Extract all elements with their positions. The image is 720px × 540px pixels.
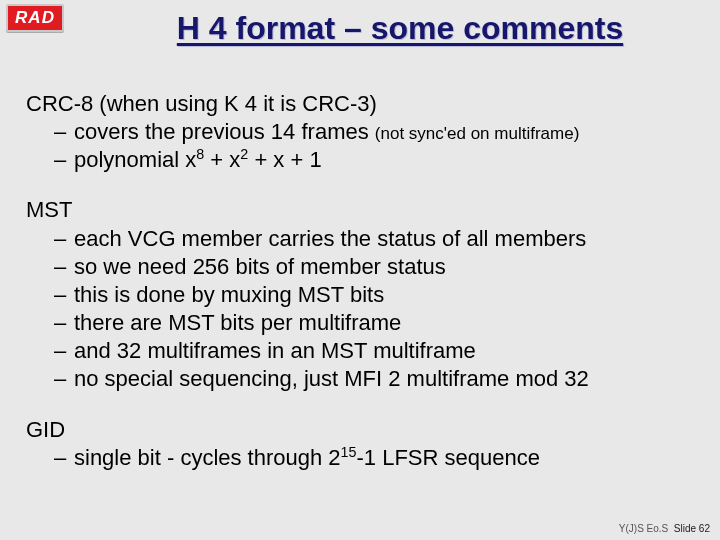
footer-author: Y(J)S Eo.S	[619, 523, 668, 534]
section-gid: GID single bit - cycles through 215-1 LF…	[26, 416, 694, 472]
slide: RAD H 4 format – some comments CRC-8 (wh…	[0, 0, 720, 540]
bullet-text: + x + 1	[248, 147, 321, 172]
bullet-text: there are MST bits per multiframe	[74, 310, 401, 335]
list-item: each VCG member carries the status of al…	[26, 225, 694, 253]
bullet-text: single bit - cycles through 2	[74, 445, 341, 470]
bullet-text: so we need 256 bits of member status	[74, 254, 446, 279]
exponent: 15	[341, 443, 357, 459]
list-item: polynomial x8 + x2 + x + 1	[26, 146, 694, 174]
bullet-text: this is done by muxing MST bits	[74, 282, 384, 307]
bullet-text: covers the previous 14 frames	[74, 119, 375, 144]
bullet-text: + x	[204, 147, 240, 172]
list-item: covers the previous 14 frames (not sync'…	[26, 118, 694, 146]
bullet-text: each VCG member carries the status of al…	[74, 226, 586, 251]
section-head: MST	[26, 196, 694, 224]
section-mst: MST each VCG member carries the status o…	[26, 196, 694, 393]
bullet-text: polynomial x	[74, 147, 196, 172]
list-item: there are MST bits per multiframe	[26, 309, 694, 337]
list-item: and 32 multiframes in an MST multiframe	[26, 337, 694, 365]
slide-title: H 4 format – some comments	[0, 10, 720, 47]
section-head: GID	[26, 416, 694, 444]
bullet-list: each VCG member carries the status of al…	[26, 225, 694, 394]
section-crc8: CRC-8 (when using K 4 it is CRC-3) cover…	[26, 90, 694, 174]
bullet-list: covers the previous 14 frames (not sync'…	[26, 118, 694, 174]
bullet-text: and 32 multiframes in an MST multiframe	[74, 338, 476, 363]
list-item: no special sequencing, just MFI 2 multif…	[26, 365, 694, 393]
list-item: this is done by muxing MST bits	[26, 281, 694, 309]
bullet-note: (not sync'ed on multiframe)	[375, 124, 580, 143]
bullet-list: single bit - cycles through 215-1 LFSR s…	[26, 444, 694, 472]
section-head: CRC-8 (when using K 4 it is CRC-3)	[26, 90, 694, 118]
list-item: single bit - cycles through 215-1 LFSR s…	[26, 444, 694, 472]
footer-slide-number: Slide 62	[674, 523, 710, 534]
bullet-text: -1 LFSR sequence	[356, 445, 539, 470]
bullet-text: no special sequencing, just MFI 2 multif…	[74, 366, 589, 391]
list-item: so we need 256 bits of member status	[26, 253, 694, 281]
slide-footer: Y(J)S Eo.S Slide 62	[619, 523, 710, 534]
slide-content: CRC-8 (when using K 4 it is CRC-3) cover…	[26, 90, 694, 494]
